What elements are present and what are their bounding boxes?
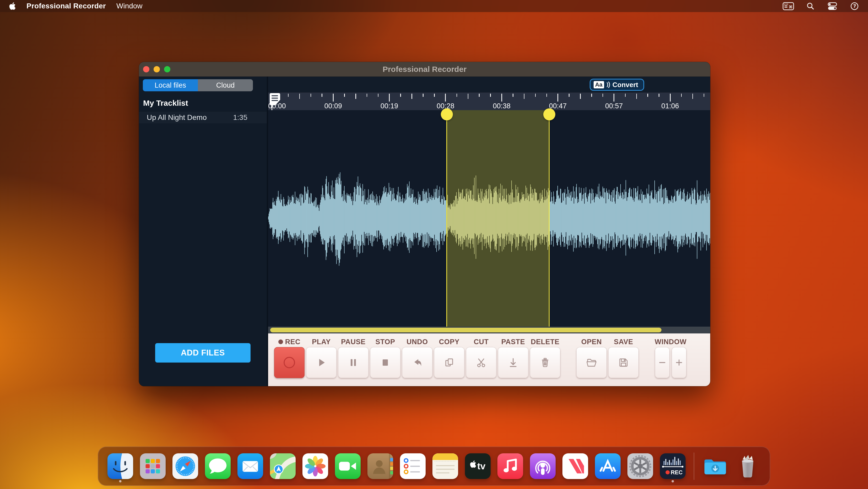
dock-reminders-icon[interactable]: [400, 453, 426, 479]
ruler-minor-tick: [423, 94, 424, 97]
selection-end-handle[interactable]: [543, 108, 555, 120]
titlebar[interactable]: Professional Recorder: [139, 62, 710, 77]
control-center-icon[interactable]: [827, 2, 838, 11]
apple-menu-icon[interactable]: [9, 2, 16, 10]
toolbar-label-rec: REC: [278, 337, 301, 347]
tab-local-files[interactable]: Local files: [143, 79, 198, 91]
plus-button[interactable]: [672, 347, 686, 378]
dock-finder-icon[interactable]: [107, 453, 133, 479]
dock-safari-icon[interactable]: [173, 453, 198, 479]
spotlight-icon[interactable]: [806, 2, 815, 10]
ruler-minor-tick: [479, 94, 479, 97]
timeline-ruler[interactable]: 00:0000:0900:1900:2800:3800:4700:5701:06: [268, 92, 710, 110]
ruler-major-tick: [389, 94, 390, 102]
selection-start-handle[interactable]: [441, 108, 453, 120]
ruler-time-label: 00:38: [493, 102, 510, 110]
dock-prorec-icon[interactable]: REC: [660, 453, 686, 479]
ruler-major-tick: [614, 94, 614, 102]
track-row[interactable]: Up All Night Demo 1:35: [139, 111, 267, 124]
delete-button[interactable]: [530, 347, 560, 378]
record-button[interactable]: [274, 347, 305, 378]
ruler-minor-tick: [647, 94, 648, 97]
toolbar-group-delete: DELETE: [530, 337, 560, 378]
toolbar: RECPLAYPAUSESTOPUNDOCOPYCUTPASTEDELETEOP…: [268, 334, 710, 386]
toolbar-group-rec: REC: [274, 337, 305, 378]
sidebar: Local files Cloud My Tracklist Up All Ni…: [139, 77, 267, 386]
dock-facetime-icon[interactable]: [335, 453, 361, 479]
source-tabs: Local files Cloud: [143, 79, 253, 91]
toolbar-label-paste: PASTE: [501, 337, 525, 347]
cut-button[interactable]: [466, 347, 496, 378]
ruler-minor-tick: [659, 94, 659, 97]
ruler-time-label: 00:57: [605, 102, 623, 110]
ruler-minor-tick: [434, 94, 435, 97]
scrollbar-thumb[interactable]: [270, 328, 661, 333]
convert-button[interactable]: Aa Convert: [590, 79, 644, 91]
tracklist-header: My Tracklist: [139, 91, 267, 111]
ruler-minor-tick: [344, 94, 345, 97]
dock-photos-icon[interactable]: [303, 453, 328, 479]
dock-messages-icon[interactable]: [205, 453, 230, 479]
clock-icon[interactable]: [850, 2, 859, 11]
ruler-minor-tick: [299, 94, 300, 99]
ruler-minor-tick: [311, 94, 311, 97]
dock-mail-icon[interactable]: [238, 453, 263, 479]
add-files-button[interactable]: ADD FILES: [155, 343, 251, 363]
dock-launchpad-icon[interactable]: [140, 453, 166, 479]
app-window: Professional Recorder Local files Cloud …: [139, 62, 710, 386]
ruler-major-tick: [557, 94, 558, 102]
ruler-major-tick: [445, 94, 446, 102]
tab-cloud[interactable]: Cloud: [198, 79, 253, 91]
horizontal-scrollbar[interactable]: [268, 326, 710, 334]
undo-button[interactable]: [402, 347, 432, 378]
selection-end-line: [549, 110, 550, 326]
dock-contacts-icon[interactable]: [367, 453, 393, 479]
svg-text:tv: tv: [477, 461, 486, 471]
minus-button[interactable]: [655, 347, 670, 378]
ruler-minor-tick: [400, 94, 401, 97]
input-switcher-icon[interactable]: ⌘: [782, 2, 794, 10]
pause-button[interactable]: [338, 347, 369, 378]
ruler-major-tick: [501, 94, 502, 102]
stop-button[interactable]: [370, 347, 400, 378]
convert-aa-icon: Aa: [594, 81, 604, 88]
soundwave-icon: [606, 81, 610, 88]
window-title: Professional Recorder: [139, 65, 710, 74]
selection-start-line: [446, 110, 447, 326]
svg-text:REC: REC: [671, 469, 683, 476]
dock-downloads-icon[interactable]: [702, 453, 728, 479]
toolbar-label-save: SAVE: [614, 337, 633, 347]
main-header: Aa Convert: [268, 77, 710, 92]
play-button[interactable]: [306, 347, 337, 378]
waveform-area[interactable]: [268, 110, 710, 326]
copy-button[interactable]: [434, 347, 464, 378]
toolbar-label-pause: PAUSE: [341, 337, 366, 347]
ruler-minor-tick: [490, 94, 491, 97]
dock-maps-icon[interactable]: [270, 453, 296, 479]
ruler-time-label: 01:06: [661, 102, 679, 110]
dock-settings-icon[interactable]: [627, 453, 653, 479]
running-indicator: [119, 480, 122, 483]
open-button[interactable]: [576, 347, 607, 378]
ruler-minor-tick: [367, 94, 367, 97]
dock-trash-icon[interactable]: [735, 453, 761, 479]
running-indicator: [672, 480, 674, 483]
paste-button[interactable]: [498, 347, 528, 378]
ruler-minor-tick: [288, 94, 289, 97]
ruler-minor-tick: [378, 94, 379, 97]
dock-notes-icon[interactable]: [432, 453, 458, 479]
dock-news-icon[interactable]: [562, 453, 588, 479]
ruler-minor-tick: [411, 94, 412, 99]
waveform-canvas[interactable]: [268, 110, 710, 327]
dock-music-icon[interactable]: [497, 453, 523, 479]
toolbar-label-window: WINDOW: [655, 337, 686, 347]
menubar-item-window[interactable]: Window: [116, 2, 143, 10]
ruler-minor-tick: [591, 94, 592, 97]
dock-appstore-icon[interactable]: [595, 453, 621, 479]
toolbar-label-cut: CUT: [474, 337, 489, 347]
save-button[interactable]: [608, 347, 639, 378]
menubar-app-name[interactable]: Professional Recorder: [27, 2, 106, 10]
dock-tv-icon[interactable]: tv: [465, 453, 491, 479]
dock-podcasts-icon[interactable]: [530, 453, 556, 479]
toolbar-label-open: OPEN: [581, 337, 602, 347]
